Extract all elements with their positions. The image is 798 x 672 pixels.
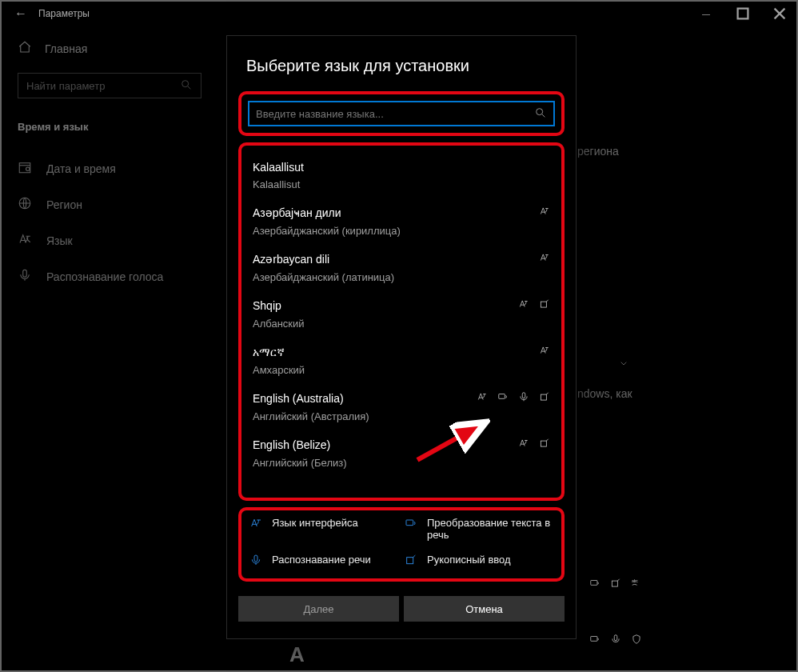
language-search-field[interactable]	[256, 108, 534, 120]
language-feature-icons	[518, 438, 550, 452]
close-button[interactable]	[761, 0, 798, 27]
language-name: Kalaallisut	[253, 161, 304, 174]
annotation-list-highlight: KalaallisutKalaallisutАзәрбајҹан дилиАзе…	[238, 142, 565, 501]
maximize-button[interactable]	[724, 0, 761, 27]
legend-display: Язык интерфейса	[249, 517, 398, 541]
language-item[interactable]: አማርኛАмхарский	[249, 338, 553, 384]
language-item[interactable]: ShqipАлбанский	[249, 291, 553, 338]
sidebar-search-placeholder: Найти параметр	[26, 80, 105, 92]
language-subtitle: Азербайджанский (кириллица)	[253, 225, 550, 237]
svg-rect-25	[407, 558, 413, 564]
hand-icon	[539, 391, 550, 406]
language-item[interactable]: English (Belize)Английский (Белиз)	[249, 430, 553, 477]
sidebar-group-title: Время и язык	[18, 121, 216, 133]
display-icon	[539, 206, 550, 220]
display-icon	[539, 252, 550, 266]
language-subtitle: Азербайджанский (латиница)	[253, 271, 550, 283]
language-list[interactable]: KalaallisutKalaallisutАзәрбајҹан дилиАзе…	[249, 154, 553, 477]
sidebar-item-region[interactable]: Регион	[18, 186, 216, 222]
svg-rect-14	[614, 635, 617, 641]
language-item[interactable]: Azərbaycan diliАзербайджанский (латиница…	[249, 245, 553, 291]
mic-icon	[518, 391, 529, 406]
language-item[interactable]: English (Australia)Английский (Австралия…	[249, 384, 553, 430]
legend-label: Распознавание речи	[272, 554, 371, 566]
language-name: English (Belize)	[253, 438, 330, 451]
sidebar: Главная Найти параметр Время и язык Дата…	[0, 40, 216, 294]
svg-rect-20	[541, 394, 546, 400]
language-icon	[18, 232, 32, 249]
bg-icon-strip-1: abc	[589, 578, 642, 592]
language-feature-icons	[539, 206, 550, 220]
sidebar-item-speech[interactable]: Распознавание голоса	[18, 258, 216, 294]
cancel-button[interactable]: Отмена	[404, 596, 565, 622]
sidebar-item-label: Распознавание голоса	[46, 270, 163, 283]
sidebar-home-label: Главная	[45, 42, 87, 55]
annotation-legend-highlight: Язык интерфейса Преобразование текста в …	[238, 507, 565, 582]
next-button[interactable]: Далее	[238, 596, 399, 622]
language-subtitle: Kalaallisut	[253, 178, 550, 190]
svg-rect-9	[23, 270, 27, 277]
hand-icon	[610, 578, 621, 592]
sidebar-item-language[interactable]: Язык	[18, 222, 216, 258]
feature-legend: Язык интерфейса Преобразование текста в …	[249, 517, 553, 569]
language-item[interactable]: Азәрбајҹан дилиАзербайджанский (кириллиц…	[249, 198, 553, 245]
sidebar-home[interactable]: Главная	[18, 40, 216, 57]
svg-rect-10	[591, 581, 597, 586]
tts-icon	[589, 634, 600, 648]
svg-line-4	[188, 86, 190, 89]
hand-icon	[539, 298, 550, 313]
sidebar-item-label: Дата и время	[46, 162, 116, 175]
language-feature-icons	[539, 252, 550, 266]
legend-tts: Преобразование текста в речь	[405, 517, 553, 541]
language-feature-icons	[477, 391, 550, 406]
search-icon	[534, 106, 547, 122]
tts-icon	[589, 578, 600, 592]
legend-label: Преобразование текста в речь	[427, 517, 553, 541]
mic-icon	[249, 554, 264, 569]
bg-text-windows: ndows, как	[577, 387, 632, 400]
sidebar-search[interactable]: Найти параметр	[18, 73, 201, 98]
annotation-search-highlight	[238, 91, 565, 136]
svg-rect-13	[591, 637, 597, 642]
svg-rect-18	[499, 394, 505, 399]
svg-rect-11	[612, 581, 617, 586]
mic-icon	[610, 634, 621, 648]
minimize-button[interactable]: —	[688, 0, 724, 27]
display-language-icon	[249, 517, 264, 532]
sidebar-item-label: Регион	[46, 198, 82, 211]
sidebar-item-datetime[interactable]: Дата и время	[18, 150, 216, 186]
svg-rect-17	[541, 302, 546, 307]
legend-speech: Распознавание речи	[249, 554, 398, 569]
bg-text-region: региона	[577, 145, 619, 158]
mic-icon	[18, 268, 32, 285]
display-icon	[539, 345, 550, 359]
dialog-title: Выберите язык для установки	[227, 36, 576, 91]
back-button[interactable]: ←	[14, 6, 38, 21]
bg-icon-strip-2	[589, 634, 642, 648]
abc-icon: abc	[631, 578, 642, 592]
tts-icon	[405, 517, 419, 532]
dropdown-chevron[interactable]	[600, 346, 648, 381]
svg-point-15	[537, 108, 543, 114]
svg-rect-0	[738, 9, 748, 19]
globe-icon	[18, 196, 32, 213]
sidebar-item-label: Язык	[46, 234, 73, 247]
svg-point-7	[26, 167, 30, 171]
svg-text:abc: abc	[632, 579, 638, 583]
bg-letter-a: A	[289, 642, 305, 667]
language-subtitle: Английский (Белиз)	[253, 457, 550, 469]
language-item[interactable]: KalaallisutKalaallisut	[249, 154, 553, 198]
home-icon	[18, 40, 32, 57]
legend-label: Язык интерфейса	[272, 517, 358, 529]
hand-icon	[539, 438, 550, 452]
tts-icon	[497, 391, 509, 406]
language-name: Shqip	[253, 299, 281, 312]
language-name: አማርኛ	[253, 346, 285, 359]
language-name: English (Australia)	[253, 392, 344, 405]
svg-rect-21	[541, 441, 546, 446]
language-search-input[interactable]	[248, 101, 555, 126]
display-icon	[518, 298, 529, 313]
legend-label: Рукописный ввод	[427, 554, 511, 566]
svg-rect-23	[406, 520, 413, 526]
legend-handwriting: Рукописный ввод	[405, 554, 553, 569]
